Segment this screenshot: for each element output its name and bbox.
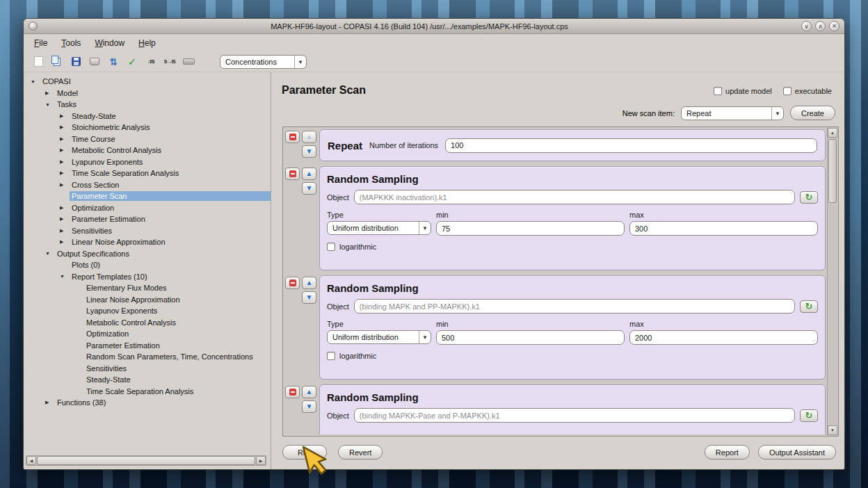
select-object-button[interactable] [800, 409, 818, 422]
close-button[interactable] [829, 21, 839, 31]
toolbar-save-button[interactable] [67, 54, 84, 70]
expanded-arrow-icon[interactable]: ▼ [43, 251, 55, 256]
collapsed-arrow-icon[interactable]: ▶ [58, 182, 70, 188]
collapsed-arrow-icon[interactable]: ▶ [58, 216, 70, 222]
titlebar[interactable]: MAPK-HF96-layout - COPASI 4.16 (Build 10… [24, 19, 844, 34]
new-scan-item-dropdown[interactable]: Repeat [681, 106, 784, 120]
collapsed-arrow-icon[interactable]: ▶ [58, 239, 70, 245]
collapsed-arrow-icon[interactable]: ▶ [58, 159, 70, 165]
delete-scan-item-button[interactable] [285, 131, 300, 143]
collapsed-arrow-icon[interactable]: ▶ [58, 113, 70, 119]
select-object-button[interactable] [800, 191, 818, 204]
tree-item-parameter-scan[interactable]: Parameter Scan [24, 190, 271, 202]
tree-item-parameter-estimation[interactable]: Parameter Estimation [24, 340, 271, 352]
expanded-arrow-icon[interactable]: ▼ [43, 102, 55, 107]
menu-file[interactable]: File [29, 36, 53, 50]
menu-help[interactable]: Help [133, 36, 161, 50]
minimize-button[interactable] [801, 21, 812, 31]
toolbar-new-file-button[interactable] [30, 54, 47, 70]
update-model-checkbox[interactable] [714, 87, 722, 95]
move-up-button[interactable]: ▲ [302, 386, 316, 398]
output-assistant-button[interactable]: Output Assistant [758, 445, 836, 459]
tree-item-steady-state[interactable]: ▶Steady-State [24, 111, 271, 122]
tree-item-time-course[interactable]: ▶Time Course [24, 133, 271, 145]
scroll-up-icon[interactable] [828, 128, 837, 138]
move-up-button[interactable]: ▲ [302, 131, 316, 143]
tree-item-copasi[interactable]: ▼COPASI [24, 76, 271, 88]
delete-scan-item-button[interactable] [285, 386, 300, 398]
tree-item-metabolic-control-analysis[interactable]: Metabolic Control Analysis [24, 317, 271, 329]
toolbar-check-button[interactable] [124, 54, 140, 70]
tree-item-time-scale-separation-analysis[interactable]: Time Scale Separation Analysis [24, 386, 271, 398]
collapsed-arrow-icon[interactable]: ▶ [58, 124, 70, 130]
object-input[interactable] [354, 408, 795, 423]
collapsed-arrow-icon[interactable]: ▶ [58, 147, 70, 153]
tree-item-stoichiometric-analysis[interactable]: ▶Stoichiometric Analysis [24, 122, 271, 133]
scrollbar-thumb[interactable] [37, 456, 255, 465]
toolbar-swap-button[interactable] [105, 54, 122, 70]
tree-item-sensitivities[interactable]: ▶Sensitivities [24, 225, 271, 237]
object-input[interactable] [354, 299, 795, 314]
toolbar-is-update-button[interactable] [143, 54, 159, 70]
tree-item-linear-noise-approximation[interactable]: Linear Noise Approximation [24, 294, 271, 306]
tree-item-metabolic-control-analysis[interactable]: ▶Metabolic Control Analysis [24, 145, 271, 156]
tree-item-random-scan-parameters-time-concentrations[interactable]: Random Scan Parameters, Time, Concentrat… [24, 351, 271, 363]
report-button[interactable]: Report [705, 445, 750, 459]
distribution-type-dropdown[interactable]: Uniform distribution [327, 330, 431, 344]
collapsed-arrow-icon[interactable]: ▶ [43, 90, 55, 96]
executable-checkbox[interactable] [783, 87, 791, 95]
scroll-left-icon[interactable] [26, 456, 36, 465]
expanded-arrow-icon[interactable]: ▼ [58, 274, 70, 279]
tree-item-elementary-flux-modes[interactable]: Elementary Flux Modes [24, 282, 271, 294]
run-button[interactable]: Run [282, 445, 327, 459]
iterations-input[interactable] [445, 138, 817, 153]
tree-item-cross-section[interactable]: ▶Cross Section [24, 179, 271, 191]
toolbar-is-compute-button[interactable] [161, 54, 178, 70]
move-down-button[interactable]: ▼ [302, 400, 316, 413]
move-up-button[interactable]: ▲ [302, 277, 316, 289]
collapsed-arrow-icon[interactable]: ▶ [43, 400, 55, 405]
tree-item-lyapunov-exponents[interactable]: Lyapunov Exponents [24, 305, 271, 317]
maximize-button[interactable] [815, 21, 826, 31]
collapsed-arrow-icon[interactable]: ▶ [58, 136, 70, 142]
distribution-type-dropdown[interactable]: Uniform distribution [327, 221, 431, 235]
min-input[interactable] [436, 330, 625, 345]
toolbar-copy-button[interactable] [49, 54, 65, 70]
tree-item-functions-38[interactable]: ▶Functions (38) [24, 397, 271, 409]
update-model-option[interactable]: update model [714, 87, 772, 95]
tree-item-linear-noise-approximation[interactable]: ▶Linear Noise Approximation [24, 236, 271, 248]
max-input[interactable] [629, 221, 818, 236]
collapsed-arrow-icon[interactable]: ▶ [58, 228, 70, 234]
scroll-right-icon[interactable] [256, 456, 266, 465]
tree-item-model[interactable]: ▶Model [24, 88, 271, 99]
expanded-arrow-icon[interactable]: ▼ [29, 79, 40, 84]
tree-item-parameter-estimation[interactable]: ▶Parameter Estimation [24, 213, 271, 225]
tree-item-time-scale-separation-analysis[interactable]: ▶Time Scale Separation Analysis [24, 168, 271, 179]
move-up-button[interactable]: ▲ [302, 168, 316, 180]
scroll-down-icon[interactable] [828, 425, 837, 435]
create-button[interactable]: Create [790, 106, 835, 120]
toolbar-ruler-button[interactable] [180, 54, 197, 70]
tree-item-output-specifications[interactable]: ▼Output Specifications [24, 248, 271, 260]
tree-item-tasks[interactable]: ▼Tasks [24, 99, 271, 111]
delete-scan-item-button[interactable] [285, 168, 300, 180]
collapsed-arrow-icon[interactable]: ▶ [58, 205, 70, 211]
max-input[interactable] [629, 330, 818, 345]
tree-item-steady-state[interactable]: Steady-State [24, 374, 271, 386]
logarithmic-checkbox[interactable] [327, 352, 335, 360]
select-object-button[interactable] [800, 300, 818, 313]
menu-window[interactable]: Window [89, 36, 130, 50]
scan-vertical-scrollbar[interactable] [827, 128, 837, 435]
tree-item-optimization[interactable]: Optimization [24, 328, 271, 340]
executable-option[interactable]: executable [783, 87, 832, 95]
tree-item-plots-0[interactable]: Plots (0) [24, 259, 271, 271]
delete-scan-item-button[interactable] [285, 277, 300, 289]
logarithmic-checkbox[interactable] [327, 243, 335, 251]
move-down-button[interactable]: ▼ [302, 182, 316, 195]
tree-item-optimization[interactable]: ▶Optimization [24, 202, 271, 214]
toolbar-print-button[interactable] [86, 54, 103, 70]
tree-item-lyapunov-exponents[interactable]: ▶Lyapunov Exponents [24, 156, 271, 168]
tree-item-report-templates-10[interactable]: ▼Report Templates (10) [24, 271, 271, 283]
move-down-button[interactable]: ▼ [302, 145, 316, 158]
min-input[interactable] [436, 221, 625, 236]
